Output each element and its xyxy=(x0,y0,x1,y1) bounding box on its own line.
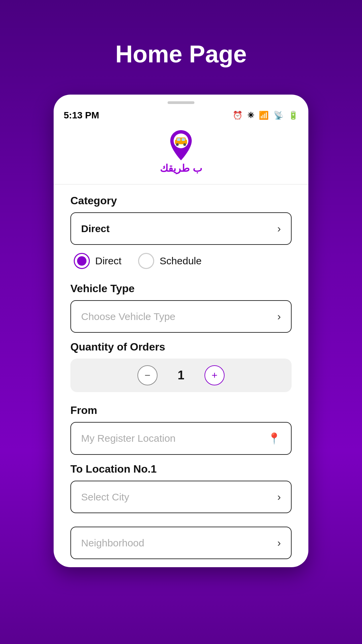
signal-icon: 📡 xyxy=(274,111,284,120)
category-dropdown[interactable]: Direct › xyxy=(70,212,292,245)
city-chevron-icon: › xyxy=(277,491,281,503)
notch-bar xyxy=(54,101,308,104)
section-divider xyxy=(54,184,308,184)
from-location-field[interactable]: My Register Location 📍 xyxy=(70,422,292,455)
app-logo-section: ب طريقك xyxy=(54,123,308,184)
wifi-icon: 📶 xyxy=(259,111,269,120)
to-location-fields: Select City › Neighborhood › xyxy=(70,481,292,567)
vehicle-type-chevron-icon: › xyxy=(277,310,281,323)
location-pin-icon: 📍 xyxy=(267,432,281,445)
radio-direct[interactable]: Direct xyxy=(74,253,121,269)
decrement-button[interactable]: − xyxy=(137,365,158,385)
notch-pill xyxy=(168,101,194,104)
from-placeholder: My Register Location xyxy=(81,433,176,444)
quantity-label: Quantity of Orders xyxy=(70,341,292,353)
neighborhood-dropdown[interactable]: Neighborhood › xyxy=(70,527,292,559)
neighborhood-chevron-icon: › xyxy=(277,537,281,549)
vehicle-type-dropdown[interactable]: Choose Vehicle Type › xyxy=(70,300,292,333)
city-placeholder: Select City xyxy=(81,491,129,503)
time-display: 5:13 PM xyxy=(64,110,99,121)
status-icons: ⏰ ✳ 📶 📡 🔋 xyxy=(233,111,298,120)
quantity-section: Quantity of Orders − 1 + xyxy=(70,341,292,392)
app-name: ب طريقك xyxy=(160,162,202,174)
category-value: Direct xyxy=(81,223,110,234)
category-chevron-icon: › xyxy=(277,222,281,235)
app-logo-pin xyxy=(168,130,194,160)
from-label: From xyxy=(70,404,292,417)
radio-direct-outer xyxy=(74,253,90,269)
radio-schedule[interactable]: Schedule xyxy=(138,253,201,269)
svg-point-4 xyxy=(183,143,186,146)
to-location-label: To Location No.1 xyxy=(70,463,292,475)
bluetooth-icon: ✳ xyxy=(247,111,254,120)
svg-point-3 xyxy=(176,143,179,146)
increment-button[interactable]: + xyxy=(204,365,225,385)
category-label: Category xyxy=(70,195,292,207)
vehicle-type-label: Vehicle Type xyxy=(70,282,292,295)
radio-direct-inner xyxy=(77,256,86,266)
phone-frame: 5:13 PM ⏰ ✳ 📶 📡 🔋 ب طريقك Category xyxy=(54,95,308,567)
status-bar: 5:13 PM ⏰ ✳ 📶 📡 🔋 xyxy=(54,107,308,123)
neighborhood-placeholder: Neighborhood xyxy=(81,537,144,549)
radio-schedule-label: Schedule xyxy=(160,255,201,267)
svg-rect-6 xyxy=(182,138,185,141)
radio-group: Direct Schedule xyxy=(70,253,292,269)
alarm-icon: ⏰ xyxy=(233,111,243,120)
radio-schedule-outer xyxy=(138,253,154,269)
quantity-value: 1 xyxy=(174,368,188,382)
vehicle-type-placeholder: Choose Vehicle Type xyxy=(81,311,175,322)
select-city-dropdown[interactable]: Select City › xyxy=(70,481,292,513)
page-title: Home Page xyxy=(115,40,247,68)
form-section: Category Direct › Direct Schedule Vehicl… xyxy=(54,195,308,567)
radio-direct-label: Direct xyxy=(95,255,121,267)
svg-rect-5 xyxy=(177,138,180,141)
quantity-stepper: − 1 + xyxy=(70,359,292,392)
battery-icon: 🔋 xyxy=(288,111,298,120)
